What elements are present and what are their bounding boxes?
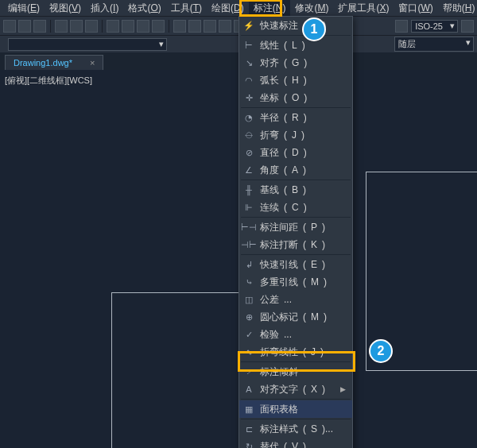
bolt-icon: ⚡ <box>242 19 255 32</box>
menu-edit[interactable]: 编辑(E) <box>3 0 45 17</box>
dd-dim-style[interactable]: ⊏标注样式(S)... <box>239 420 352 438</box>
callout-2: 2 <box>369 339 393 363</box>
radius-icon: ◔ <box>242 111 255 124</box>
dd-jogged-linear[interactable]: ∿折弯线性(J) <box>239 343 352 361</box>
menu-modify[interactable]: 修改(M) <box>290 0 333 17</box>
linetype-combo[interactable]: 随层 <box>394 37 474 52</box>
drawing-line <box>366 370 477 371</box>
dd-dim-break[interactable]: ⊣⊢标注打断(K) <box>239 236 352 253</box>
dimension-dropdown: ⚡快速标注(Q) ⊢线性(L) ↘对齐(G) ◠弧长(H) ✛坐标(O) ◔半径… <box>238 16 353 448</box>
drawing-line <box>366 172 366 370</box>
viewport-label: [俯视][二维线框][WCS] <box>5 75 92 87</box>
menubar: 编辑(E) 视图(V) 插入(I) 格式(O) 工具(T) 绘图(D) 标注(N… <box>0 0 477 16</box>
tb-sep <box>50 20 51 33</box>
tb-icon[interactable] <box>18 20 31 33</box>
menu-help[interactable]: 帮助(H) <box>438 0 477 17</box>
override-icon: ↻ <box>242 440 255 448</box>
arc-icon: ◠ <box>242 74 255 87</box>
dd-sep <box>241 399 351 400</box>
dd-override[interactable]: ↻替代(V) <box>239 438 352 448</box>
dd-diameter[interactable]: ⊘直径(D) <box>239 144 352 161</box>
menu-format[interactable]: 格式(O) <box>123 0 165 17</box>
tb-icon[interactable] <box>137 20 149 33</box>
layer-combo[interactable] <box>8 38 167 51</box>
menu-window[interactable]: 窗口(W) <box>394 0 437 17</box>
baseline-icon: ╫ <box>242 183 255 196</box>
areatable-icon: ▦ <box>242 403 255 415</box>
diameter-icon: ⊘ <box>242 146 255 159</box>
chevron-right-icon: ▶ <box>340 385 346 393</box>
menu-view[interactable]: 视图(V) <box>45 0 86 17</box>
dimbreak-icon: ⊣⊢ <box>242 238 255 251</box>
menu-dimension[interactable]: 标注(N) <box>249 0 291 17</box>
dd-area-table[interactable]: ▦面积表格 <box>239 400 352 418</box>
dd-linear[interactable]: ⊢线性(L) <box>239 37 352 54</box>
tb-icon[interactable] <box>395 20 408 33</box>
dd-tolerance[interactable]: ◫公差... <box>239 291 352 308</box>
dd-inspection[interactable]: ✓检验... <box>239 326 352 343</box>
tb-sep <box>169 20 169 33</box>
aligned-icon: ↘ <box>242 56 255 69</box>
tb-icon[interactable] <box>85 20 98 33</box>
dd-quick-leader[interactable]: ↲快速引线(E) <box>239 256 352 273</box>
jogged-linear-icon: ∿ <box>242 346 255 358</box>
close-icon[interactable]: × <box>90 58 95 68</box>
tb-icon[interactable] <box>122 20 134 33</box>
dd-sep <box>241 419 351 419</box>
document-tab[interactable]: Drawing1.dwg* × <box>5 55 103 70</box>
dd-baseline[interactable]: ╫基线(B) <box>239 181 352 199</box>
mleader-icon: ⤷ <box>242 276 255 288</box>
dd-jogged[interactable]: ⦵折弯(J) <box>239 126 352 144</box>
tb-icon[interactable] <box>70 20 83 33</box>
tb-icon[interactable] <box>204 20 216 33</box>
ordinate-icon: ✛ <box>242 91 255 104</box>
callout-1: 1 <box>302 17 326 41</box>
aligntext-icon: A <box>242 383 255 396</box>
tb-icon[interactable] <box>173 20 186 33</box>
dd-ordinate[interactable]: ✛坐标(O) <box>239 89 352 106</box>
drawing-line <box>366 172 477 172</box>
menu-insert[interactable]: 插入(I) <box>86 0 123 17</box>
dd-multi-leader[interactable]: ⤷多重引线(M) <box>239 273 352 291</box>
tab-title: Drawing1.dwg* <box>14 58 72 68</box>
dd-radius[interactable]: ◔半径(R) <box>239 109 352 126</box>
menu-draw[interactable]: 绘图(D) <box>207 0 249 17</box>
dd-center-mark[interactable]: ⊕圆心标记(M) <box>239 308 352 326</box>
dd-sep <box>241 254 351 255</box>
continue-icon: ⊩ <box>242 201 255 214</box>
menu-tools[interactable]: 工具(T) <box>166 0 207 17</box>
dd-continue[interactable]: ⊩连续(C) <box>239 199 352 216</box>
centermark-icon: ⊕ <box>242 311 255 323</box>
dd-arc-length[interactable]: ◠弧长(H) <box>239 71 352 89</box>
dimspace-icon: ⊢⊣ <box>242 221 255 234</box>
dd-sep <box>241 361 351 362</box>
drawing-line <box>111 292 112 448</box>
linear-icon: ⊢ <box>242 39 255 52</box>
angular-icon: ∠ <box>242 164 255 176</box>
menu-ext-tools[interactable]: 扩展工具(X) <box>333 0 394 17</box>
dd-oblique[interactable]: ⟋标注倾斜 <box>239 363 352 380</box>
dd-aligned[interactable]: ↘对齐(G) <box>239 54 352 71</box>
tb-icon[interactable] <box>33 20 46 33</box>
dd-align-text[interactable]: A对齐文字(X)▶ <box>239 380 352 398</box>
tb-sep <box>102 20 103 33</box>
tb-icon[interactable] <box>55 20 68 33</box>
dd-sep <box>241 107 351 108</box>
dim-style-combo[interactable]: ISO-25 <box>411 20 458 33</box>
tb-icon[interactable] <box>152 20 165 33</box>
tb-icon[interactable] <box>188 20 201 33</box>
drawing-line <box>111 292 238 293</box>
tb-icon[interactable] <box>3 20 16 33</box>
tb-icon[interactable] <box>219 20 231 33</box>
dd-angular[interactable]: ∠角度(A) <box>239 161 352 179</box>
dd-dim-space[interactable]: ⊢⊣标注间距(P) <box>239 218 352 236</box>
tb-icon[interactable] <box>461 20 474 33</box>
dimstyle-icon: ⊏ <box>242 423 255 435</box>
qleader-icon: ↲ <box>242 258 255 271</box>
oblique-icon: ⟋ <box>242 365 255 378</box>
dd-sep <box>241 180 351 180</box>
dd-sep <box>241 35 351 36</box>
tb-icon[interactable] <box>107 20 119 33</box>
dd-quick-dim[interactable]: ⚡快速标注(Q) <box>239 17 352 34</box>
jogged-icon: ⦵ <box>242 129 255 141</box>
